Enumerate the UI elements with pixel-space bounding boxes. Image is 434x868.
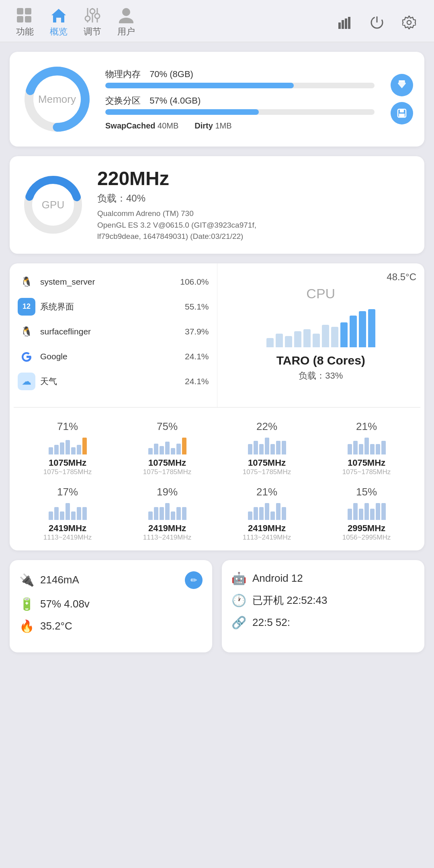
core-mini-bar — [248, 511, 252, 520]
process-pct: 106.0% — [180, 277, 209, 287]
cpu-bar — [368, 309, 375, 347]
process-name: Google — [40, 352, 180, 361]
cpu-card: 🐧system_server106.0%12系统界面55.1%🐧surfacef… — [10, 263, 424, 550]
info-row-value: 2146mA — [40, 574, 79, 586]
core-mini-bar — [66, 440, 70, 454]
memory-donut: Memory — [21, 63, 93, 135]
core-mini-bar — [254, 507, 258, 520]
gpu-donut: GPU — [21, 173, 85, 237]
physical-memory-label: 物理内存 — [105, 69, 141, 79]
core-cell: 15%2995MHz1056~2995MHz — [317, 481, 416, 546]
core-mini-bar — [270, 511, 275, 520]
core-mini-bar — [348, 444, 352, 454]
core-mini-bar — [370, 509, 375, 520]
core-cell: 17%2419MHz1113~2419MHz — [18, 481, 117, 546]
core-freq: 2419MHz — [49, 523, 86, 534]
svg-rect-1 — [25, 8, 31, 14]
features-icon — [16, 7, 34, 23]
swap-memory-row: 交换分区 57% (4.0GB) — [105, 95, 375, 115]
core-cell: 19%2419MHz1113~2419MHz — [117, 481, 217, 546]
core-mini-bar — [282, 441, 286, 454]
info-row: 🔋57% 4.08v — [19, 597, 203, 611]
info-row-icon: 🔋 — [19, 597, 34, 611]
core-mini-bars — [49, 501, 87, 520]
core-range: 1075~1785MHz — [342, 468, 391, 476]
cpu-bar — [266, 338, 274, 347]
core-mini-bar — [66, 503, 70, 520]
core-mini-bar — [77, 507, 81, 520]
physical-memory-bar-bg — [105, 83, 375, 88]
swap-memory-pct: 57% (4.0GB) — [149, 96, 201, 106]
gpu-label: GPU — [42, 199, 64, 211]
core-mini-bar — [154, 507, 158, 520]
nav-item-adjust[interactable]: 调节 — [84, 7, 101, 38]
features-label: 功能 — [16, 26, 34, 38]
core-mini-bars — [248, 435, 286, 454]
core-freq: 1075MHz — [148, 458, 186, 468]
process-row: 🐧system_server106.0% — [18, 273, 209, 291]
core-mini-bar — [171, 448, 175, 454]
swap-cached: SwapCached 40MB — [105, 121, 178, 130]
edit-button[interactable]: ✏ — [185, 571, 203, 589]
core-mini-bar — [182, 507, 186, 520]
nav-item-features[interactable]: 功能 — [16, 7, 34, 38]
core-cell: 71%1075MHz1075~1785MHz — [18, 416, 117, 481]
clean-memory-button[interactable] — [391, 74, 413, 96]
cpu-bar — [322, 325, 329, 347]
svg-point-11 — [95, 14, 100, 18]
power-icon[interactable] — [368, 14, 386, 31]
core-mini-bar — [359, 444, 363, 454]
info-row-icon: 🔗 — [231, 615, 246, 630]
cpu-bar — [313, 334, 320, 347]
core-mini-bars — [148, 435, 186, 454]
adjust-label: 调节 — [84, 26, 101, 38]
info-row: 🔥35.2°C — [19, 619, 203, 633]
core-range: 1056~2995MHz — [342, 534, 391, 542]
core-freq: 2995MHz — [348, 523, 385, 534]
core-range: 1075~1785MHz — [143, 468, 192, 476]
gpu-load: 负载：40% — [97, 192, 413, 205]
core-mini-bar — [259, 507, 264, 520]
gpu-detail: Qualcomm Adreno (TM) 730 OpenGL ES 3.2 V… — [97, 208, 413, 242]
core-cell: 21%2419MHz1113~2419MHz — [217, 481, 317, 546]
process-icon: 🐧 — [18, 273, 35, 291]
system-info-card: 🤖Android 12🕐已开机 22:52:43🔗22:5 52: — [222, 560, 424, 652]
process-icon — [18, 348, 35, 365]
core-freq: 1075MHz — [348, 458, 385, 468]
process-icon: ☁ — [18, 373, 35, 390]
core-pct: 22% — [256, 420, 277, 433]
svg-rect-2 — [17, 16, 23, 22]
core-range: 1113~2419MHz — [43, 534, 92, 542]
nav-item-overview[interactable]: 概览 — [50, 7, 68, 38]
core-mini-bar — [148, 448, 153, 454]
swap-memory-label: 交换分区 — [105, 96, 141, 106]
core-mini-bar — [165, 503, 170, 520]
top-navigation: 功能 概览 — [0, 0, 434, 42]
cpu-top: 🐧system_server106.0%12系统界面55.1%🐧surfacef… — [10, 263, 424, 407]
cpu-label: CPU — [306, 286, 335, 302]
core-pct: 19% — [157, 486, 178, 498]
core-mini-bar — [265, 503, 269, 520]
dirty: Dirty 1MB — [194, 121, 231, 130]
cpu-bar — [303, 329, 311, 347]
core-cell: 22%1075MHz1075~1785MHz — [217, 416, 317, 481]
core-mini-bars — [348, 501, 386, 520]
info-row: 🤖Android 12 — [231, 571, 415, 585]
save-memory-button[interactable] — [391, 102, 413, 124]
process-pct: 24.1% — [185, 352, 209, 361]
memory-extra: SwapCached 40MB Dirty 1MB — [105, 121, 375, 130]
cpu-cores-grid: 71%1075MHz1075~1785MHz75%1075MHz1075~178… — [10, 408, 424, 550]
core-pct: 17% — [57, 486, 78, 498]
core-mini-bar — [276, 503, 280, 520]
bar-chart-icon[interactable] — [336, 14, 354, 31]
swap-memory-bar-fill — [105, 109, 259, 115]
core-mini-bars — [348, 435, 386, 454]
nav-item-user[interactable]: 用户 — [117, 7, 135, 38]
process-row: 12系统界面55.1% — [18, 298, 209, 316]
core-cell: 21%1075MHz1075~1785MHz — [317, 416, 416, 481]
core-cell: 75%1075MHz1075~1785MHz — [117, 416, 217, 481]
core-mini-bar — [259, 444, 264, 454]
gpu-info: 220MHz 负载：40% Qualcomm Adreno (TM) 730 O… — [97, 167, 413, 242]
settings-icon[interactable] — [400, 14, 418, 31]
process-row: ☁天气24.1% — [18, 373, 209, 390]
